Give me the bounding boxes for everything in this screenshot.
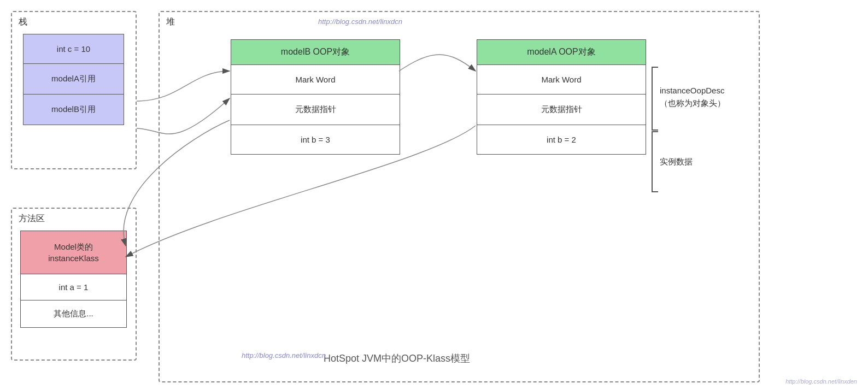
method-row-2: 其他信息... — [21, 300, 126, 327]
diagram-container: 栈 int c = 10 modelA引用 modelB引用 方法区 Model… — [0, 0, 868, 389]
stack-row-1: int c = 10 — [24, 34, 124, 64]
stack-section: 栈 int c = 10 modelA引用 modelB引用 — [11, 11, 137, 169]
brace-oopdesc — [652, 67, 653, 129]
modelA-object: modelA OOP对象 Mark Word 元数据指针 int b = 2 — [477, 39, 646, 155]
watermark-1: http://blog.csdn.net/linxdcn — [318, 17, 402, 26]
stack-row-2: modelA引用 — [24, 64, 124, 95]
brace-data — [652, 131, 653, 191]
modelB-object: modelB OOP对象 Mark Word 元数据指针 int b = 3 — [231, 39, 400, 155]
modelA-row-1: Mark Word — [477, 65, 646, 95]
modelB-row-2: 元数据指针 — [231, 95, 400, 125]
brace-data-top — [652, 131, 658, 132]
bottom-label: HotSpot JVM中的OOP-Klass模型 — [324, 352, 470, 365]
brace-data-bot — [652, 191, 658, 192]
annotation-instance-data: 实例数据 — [660, 157, 693, 167]
modelA-header: modelA OOP对象 — [477, 40, 646, 65]
stack-row-3: modelB引用 — [24, 95, 124, 125]
method-area-section: 方法区 Model类的instanceKlass int a = 1 其他信息.… — [11, 208, 137, 361]
model-klass: Model类的instanceKlass — [21, 231, 126, 274]
annotation-alsoknown: （也称为对象头） — [660, 98, 725, 109]
method-row-1: int a = 1 — [21, 274, 126, 300]
modelB-row-3: int b = 3 — [231, 125, 400, 154]
stack-items: int c = 10 modelA引用 modelB引用 — [23, 34, 124, 125]
watermark-3: http://blog.csdn.net/linxden — [785, 378, 857, 385]
modelB-header: modelB OOP对象 — [231, 40, 400, 65]
method-area-label: 方法区 — [19, 213, 45, 225]
method-area-items: Model类的instanceKlass int a = 1 其他信息... — [20, 231, 127, 328]
heap-section: 堆 http://blog.csdn.net/linxdcn modelB OO… — [159, 11, 760, 382]
heap-label: 堆 — [166, 16, 175, 28]
brace-mid — [652, 129, 658, 131]
annotation-oopdesc: instanceOopDesc — [660, 86, 724, 95]
modelA-row-2: 元数据指针 — [477, 95, 646, 125]
stack-label: 栈 — [19, 16, 27, 28]
modelB-row-1: Mark Word — [231, 65, 400, 95]
modelA-row-3: int b = 2 — [477, 125, 646, 154]
watermark-2: http://blog.csdn.net/linxdcn — [242, 351, 326, 359]
brace-top — [652, 67, 658, 68]
